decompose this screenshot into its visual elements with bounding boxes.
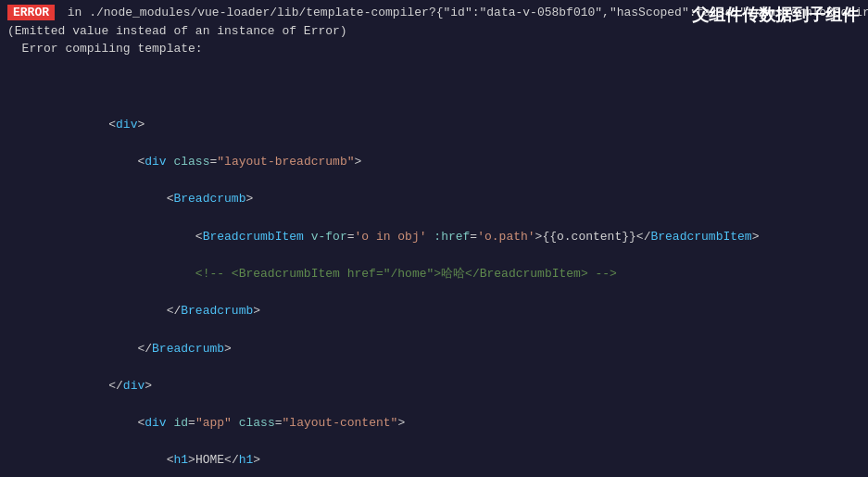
- code-line-9: <div id="app" class="layout-content">: [51, 416, 405, 430]
- code-line-1: <div>: [51, 118, 145, 132]
- code-line-6: </Breadcrumb>: [51, 304, 260, 318]
- code-line-4: <BreadcrumbItem v-for='o in obj' :href='…: [51, 230, 760, 244]
- chinese-title-overlay: 父组件传数据到子组件: [683, 0, 868, 30]
- code-line-8: </div>: [51, 379, 152, 393]
- code-line-10: <h1>HOME</h1>: [51, 453, 260, 467]
- content-area: (Emitted value instead of an instance of…: [0, 22, 868, 478]
- code-block: <div> <div class="layout-breadcrumb"> <B…: [7, 58, 861, 478]
- code-line-7: </Breadcrumb>: [51, 342, 232, 356]
- terminal-window: 父组件传数据到子组件 ERROR in ./node_modules/vue-l…: [0, 0, 868, 477]
- code-line-3: <Breadcrumb>: [51, 192, 253, 206]
- code-line-5: <!-- <BreadcrumbItem href="/home">哈哈</Br…: [51, 267, 617, 281]
- code-line-2: <div class="layout-breadcrumb">: [51, 155, 362, 169]
- compiling-line: Error compiling template:: [7, 40, 861, 58]
- error-badge: ERROR: [7, 5, 55, 20]
